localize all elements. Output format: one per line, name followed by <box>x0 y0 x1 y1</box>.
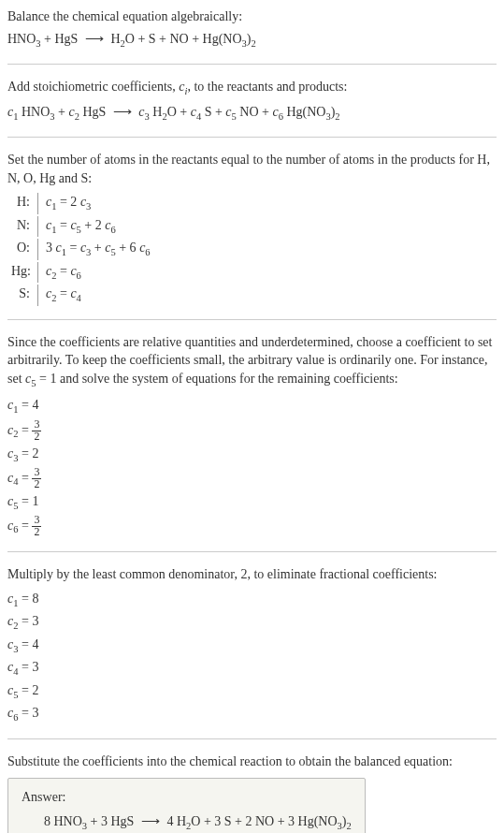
atom-eq: c2 = c4 <box>37 285 81 305</box>
answer-box: Answer: 8 HNO3 + 3 HgS ⟶ 4 H2O + 3 S + 2… <box>7 778 366 833</box>
divider <box>7 319 497 320</box>
coef-row: c4 = 3 <box>7 658 497 679</box>
divider <box>7 64 497 65</box>
atom-table: H: c1 = 2 c3 N: c1 = c5 + 2 c6 O: 3 c1 =… <box>11 193 497 305</box>
atom-row: Hg: c2 = c6 <box>11 262 497 283</box>
step5-section: Multiply by the least common denominator… <box>7 565 497 725</box>
step3-text: Set the number of atoms in the reactants… <box>7 151 497 187</box>
atom-row: S: c2 = c4 <box>11 285 497 305</box>
coef-row: c6 = 3 <box>7 704 497 724</box>
atom-label: H: <box>11 193 37 212</box>
coef-row: c4 = 32 <box>7 467 497 490</box>
coef-row: c3 = 2 <box>7 445 497 465</box>
coef-row: c2 = 32 <box>7 419 497 443</box>
atom-label: O: <box>11 239 37 257</box>
coef-row: c1 = 4 <box>7 396 497 416</box>
atom-eq: c2 = c6 <box>37 262 81 283</box>
coef-list: c1 = 8 c2 = 3 c3 = 4 c4 = 3 c5 = 2 c6 = … <box>7 590 497 725</box>
arrow-icon: ⟶ <box>137 814 164 828</box>
step6-section: Substitute the coefficients into the che… <box>7 753 497 833</box>
atom-label: N: <box>11 216 37 235</box>
atom-label: S: <box>11 285 37 303</box>
divider <box>7 738 497 739</box>
step2-text: Add stoichiometric coefficients, ci, to … <box>7 78 497 98</box>
arrow-icon: ⟶ <box>81 32 108 46</box>
divider <box>7 551 497 552</box>
coef-row: c5 = 1 <box>7 492 497 513</box>
atom-row: N: c1 = c5 + 2 c6 <box>11 216 497 237</box>
atom-label: Hg: <box>11 262 37 281</box>
coef-row: c1 = 8 <box>7 590 497 610</box>
answer-label: Answer: <box>22 788 352 807</box>
intro-equation: HNO3 + HgS ⟶ H2O + S + NO + Hg(NO3)2 <box>7 30 497 51</box>
atom-row: O: 3 c1 = c3 + c5 + 6 c6 <box>11 239 497 259</box>
coef-row: c3 = 4 <box>7 636 497 656</box>
divider <box>7 137 497 138</box>
atom-eq: c1 = c5 + 2 c6 <box>37 216 116 237</box>
step5-text: Multiply by the least common denominator… <box>7 565 497 584</box>
answer-equation: 8 HNO3 + 3 HgS ⟶ 4 H2O + 3 S + 2 NO + 3 … <box>22 812 352 833</box>
atom-eq: c1 = 2 c3 <box>37 193 91 213</box>
step2-section: Add stoichiometric coefficients, ci, to … <box>7 78 497 124</box>
coef-list: c1 = 4 c2 = 32 c3 = 2 c4 = 32 c5 = 1 c6 … <box>7 396 497 538</box>
atom-row: H: c1 = 2 c3 <box>11 193 497 213</box>
intro-text: Balance the chemical equation algebraica… <box>7 7 497 26</box>
step6-text: Substitute the coefficients into the che… <box>7 753 497 771</box>
intro-rhs: H2O + S + NO + Hg(NO3)2 <box>110 32 255 46</box>
atom-eq: 3 c1 = c3 + c5 + 6 c6 <box>37 239 151 259</box>
coef-row: c5 = 2 <box>7 681 497 702</box>
arrow-icon: ⟶ <box>109 105 136 119</box>
intro-lhs: HNO3 + HgS <box>7 32 78 46</box>
coef-row: c2 = 3 <box>7 612 497 633</box>
step4-text: Since the coefficients are relative quan… <box>7 333 497 391</box>
step4-section: Since the coefficients are relative quan… <box>7 333 497 539</box>
step2-equation: c1 HNO3 + c2 HgS ⟶ c3 H2O + c4 S + c5 NO… <box>7 103 497 124</box>
coef-row: c6 = 32 <box>7 515 497 538</box>
intro-section: Balance the chemical equation algebraica… <box>7 7 497 51</box>
step3-section: Set the number of atoms in the reactants… <box>7 151 497 306</box>
